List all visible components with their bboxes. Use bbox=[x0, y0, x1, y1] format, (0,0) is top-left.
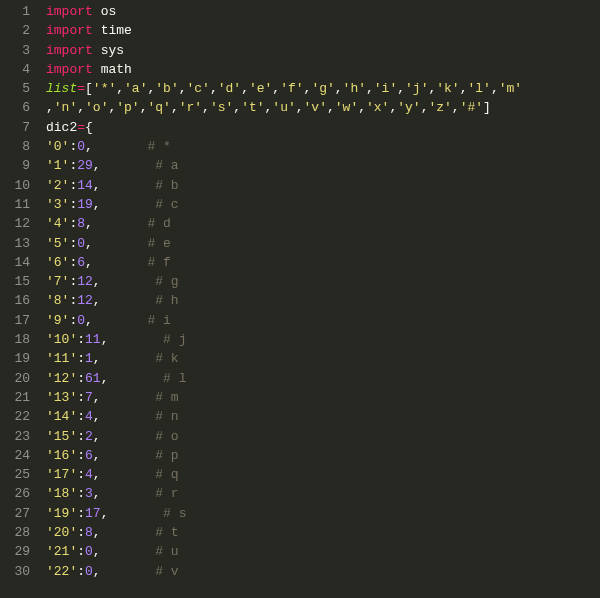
line-number: 23 bbox=[0, 427, 30, 446]
token-str: '15' bbox=[46, 429, 77, 444]
line-number: 7 bbox=[0, 118, 30, 137]
token-str: '17' bbox=[46, 467, 77, 482]
token-pun: , bbox=[93, 448, 101, 463]
token-pad bbox=[101, 293, 156, 308]
token-pad bbox=[101, 409, 156, 424]
code-line: '13':7, # m bbox=[46, 388, 522, 407]
line-number: 14 bbox=[0, 253, 30, 272]
token-pun: , bbox=[179, 81, 187, 96]
token-kw: import bbox=[46, 43, 93, 58]
token-pun: , bbox=[93, 197, 101, 212]
token-str: 'g' bbox=[311, 81, 334, 96]
token-pun: , bbox=[93, 409, 101, 424]
line-number: 4 bbox=[0, 60, 30, 79]
token-pun: , bbox=[93, 564, 101, 579]
token-pun bbox=[93, 4, 101, 19]
token-str: '1' bbox=[46, 158, 69, 173]
token-pun: { bbox=[85, 120, 93, 135]
token-var: list bbox=[46, 81, 77, 96]
token-pun: [ bbox=[85, 81, 93, 96]
token-pun: , bbox=[93, 274, 101, 289]
token-pun: , bbox=[93, 467, 101, 482]
token-str: 'o' bbox=[85, 100, 108, 115]
token-num: 29 bbox=[77, 158, 93, 173]
code-line: import sys bbox=[46, 41, 522, 60]
token-pun: : bbox=[77, 409, 85, 424]
token-pun: , bbox=[210, 81, 218, 96]
token-str: '5' bbox=[46, 236, 69, 251]
token-name: sys bbox=[101, 43, 124, 58]
token-str: '10' bbox=[46, 332, 77, 347]
token-str: '16' bbox=[46, 448, 77, 463]
token-pad bbox=[101, 274, 156, 289]
code-line: dic2={ bbox=[46, 118, 522, 137]
token-pun: , bbox=[241, 81, 249, 96]
token-cmt: # e bbox=[147, 236, 170, 251]
token-str: 'm' bbox=[499, 81, 522, 96]
token-pun: , bbox=[93, 351, 101, 366]
code-line: '8':12, # h bbox=[46, 291, 522, 310]
token-str: 'x' bbox=[366, 100, 389, 115]
token-pad bbox=[93, 313, 148, 328]
token-str: '21' bbox=[46, 544, 77, 559]
token-num: 1 bbox=[85, 351, 93, 366]
token-pun: : bbox=[77, 564, 85, 579]
token-cmt: # c bbox=[155, 197, 178, 212]
token-num: 61 bbox=[85, 371, 101, 386]
token-pun: , bbox=[452, 100, 460, 115]
token-cmt: # f bbox=[147, 255, 170, 270]
token-str: 'u' bbox=[272, 100, 295, 115]
token-pun: : bbox=[77, 525, 85, 540]
token-cmt: # b bbox=[155, 178, 178, 193]
token-pun: , bbox=[296, 100, 304, 115]
token-str: '13' bbox=[46, 390, 77, 405]
token-pun bbox=[93, 62, 101, 77]
token-str: '14' bbox=[46, 409, 77, 424]
line-number: 18 bbox=[0, 330, 30, 349]
code-line: '0':0, # * bbox=[46, 137, 522, 156]
token-str: '6' bbox=[46, 255, 69, 270]
token-pun: , bbox=[233, 100, 241, 115]
token-pun: : bbox=[77, 390, 85, 405]
token-str: 'd' bbox=[218, 81, 241, 96]
token-name: time bbox=[101, 23, 132, 38]
line-number: 26 bbox=[0, 484, 30, 503]
token-cmt: # l bbox=[163, 371, 186, 386]
token-num: 6 bbox=[85, 448, 93, 463]
token-pad bbox=[101, 197, 156, 212]
code-line: '5':0, # e bbox=[46, 234, 522, 253]
code-line: '20':8, # t bbox=[46, 523, 522, 542]
code-line: '14':4, # n bbox=[46, 407, 522, 426]
token-num: 4 bbox=[85, 467, 93, 482]
line-number: 17 bbox=[0, 311, 30, 330]
token-pad bbox=[101, 178, 156, 193]
code-line: '15':2, # o bbox=[46, 427, 522, 446]
token-str: '22' bbox=[46, 564, 77, 579]
token-kw: import bbox=[46, 23, 93, 38]
token-cmt: # t bbox=[155, 525, 178, 540]
code-line: '18':3, # r bbox=[46, 484, 522, 503]
token-pun: : bbox=[77, 429, 85, 444]
code-line: '1':29, # a bbox=[46, 156, 522, 175]
code-line: '11':1, # k bbox=[46, 349, 522, 368]
code-line: '4':8, # d bbox=[46, 214, 522, 233]
token-str: 'f' bbox=[280, 81, 303, 96]
token-pun bbox=[93, 43, 101, 58]
token-num: 0 bbox=[77, 313, 85, 328]
token-pun: : bbox=[77, 332, 85, 347]
token-pun: , bbox=[46, 100, 54, 115]
token-pad bbox=[101, 351, 156, 366]
token-str: '4' bbox=[46, 216, 69, 231]
token-str: '*' bbox=[93, 81, 116, 96]
token-pun: , bbox=[85, 216, 93, 231]
token-str: 'v' bbox=[304, 100, 327, 115]
token-str: '3' bbox=[46, 197, 69, 212]
token-num: 2 bbox=[85, 429, 93, 444]
token-pun: : bbox=[77, 486, 85, 501]
code-content[interactable]: import osimport timeimport sysimport mat… bbox=[40, 0, 522, 598]
token-str: '18' bbox=[46, 486, 77, 501]
code-line: '21':0, # u bbox=[46, 542, 522, 561]
token-pad bbox=[93, 255, 148, 270]
token-str: 's' bbox=[210, 100, 233, 115]
token-str: '11' bbox=[46, 351, 77, 366]
